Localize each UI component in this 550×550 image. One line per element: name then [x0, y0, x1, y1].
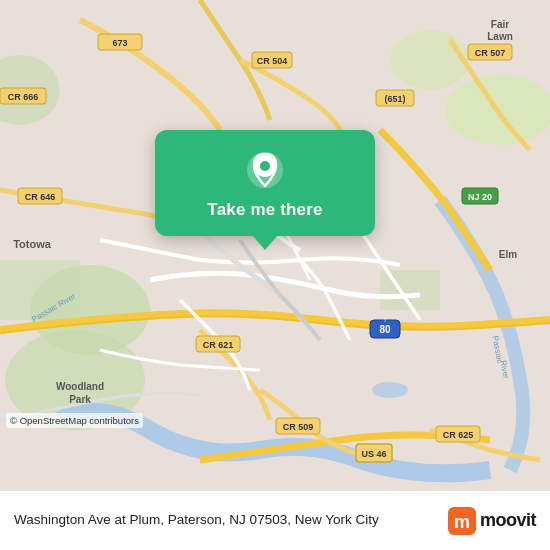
moovit-logo: m moovit — [448, 507, 536, 535]
svg-point-8 — [372, 382, 408, 398]
popup-card[interactable]: Take me there — [155, 130, 375, 236]
svg-text:CR 625: CR 625 — [443, 430, 474, 440]
svg-point-5 — [390, 30, 470, 90]
svg-text:673: 673 — [112, 38, 127, 48]
popup-label: Take me there — [207, 200, 322, 220]
svg-text:US 46: US 46 — [361, 449, 386, 459]
location-pin-icon — [243, 148, 287, 192]
svg-text:80: 80 — [379, 324, 391, 335]
svg-text:CR 621: CR 621 — [203, 340, 234, 350]
svg-text:Lawn: Lawn — [487, 31, 513, 42]
svg-text:Woodland: Woodland — [56, 381, 104, 392]
svg-text:CR 509: CR 509 — [283, 422, 314, 432]
address-text: Washington Ave at Plum, Paterson, NJ 075… — [14, 511, 448, 529]
svg-text:Fair: Fair — [491, 19, 509, 30]
bottom-bar: Washington Ave at Plum, Paterson, NJ 075… — [0, 490, 550, 550]
moovit-wordmark: moovit — [480, 510, 536, 531]
svg-text:Totowa: Totowa — [13, 238, 52, 250]
osm-credit: © OpenStreetMap contributors — [6, 413, 143, 428]
svg-text:CR 504: CR 504 — [257, 56, 288, 66]
svg-point-45 — [260, 161, 270, 171]
svg-text:(651): (651) — [384, 94, 405, 104]
svg-text:CR 507: CR 507 — [475, 48, 506, 58]
map-container: 673 CR 646 CR 504 NJ 20 CR 507 80 I CR 6… — [0, 0, 550, 490]
moovit-logo-area: m moovit — [448, 507, 536, 535]
svg-text:m: m — [454, 512, 470, 532]
moovit-m-icon: m — [448, 507, 476, 535]
svg-text:NJ 20: NJ 20 — [468, 192, 492, 202]
svg-text:Elm: Elm — [499, 249, 517, 260]
svg-text:CR 666: CR 666 — [8, 92, 39, 102]
svg-text:Park: Park — [69, 394, 91, 405]
svg-text:CR 646: CR 646 — [25, 192, 56, 202]
